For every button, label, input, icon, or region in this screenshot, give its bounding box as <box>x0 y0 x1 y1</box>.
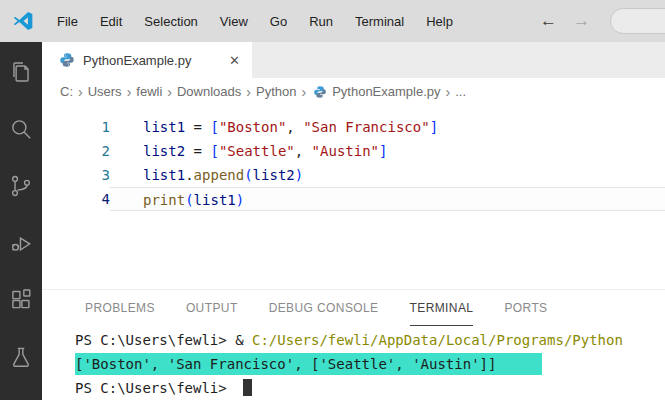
terminal-prompt: PS C:\Users\fewli> <box>75 332 235 348</box>
breadcrumb-fewli[interactable]: fewli <box>136 84 162 99</box>
chevron-right-icon: › <box>301 84 306 100</box>
terminal-output-line[interactable]: ['Boston', 'San Francisco', ['Seattle', … <box>75 352 665 376</box>
terminal-ampersand: & <box>235 332 252 348</box>
code-editor[interactable]: 1 list1 = ["Boston", "San Francisco"] 2 … <box>42 105 665 289</box>
chevron-right-icon: › <box>167 84 172 100</box>
breadcrumb-overflow[interactable]: ... <box>455 84 466 99</box>
chevron-right-icon: › <box>78 84 83 100</box>
tab-problems[interactable]: PROBLEMS <box>85 290 155 326</box>
breadcrumb-users[interactable]: Users <box>88 84 122 99</box>
menu-edit[interactable]: Edit <box>89 14 133 29</box>
tab-terminal[interactable]: TERMINAL <box>410 290 474 326</box>
menu-help[interactable]: Help <box>415 14 464 29</box>
chevron-right-icon: › <box>246 84 251 100</box>
forward-arrow-icon: → <box>565 11 598 31</box>
panel-tab-bar: PROBLEMS OUTPUT DEBUG CONSOLE TERMINAL P… <box>42 290 665 326</box>
terminal-prompt: PS C:\Users\fewli> <box>75 380 235 396</box>
breadcrumb-downloads[interactable]: Downloads <box>177 84 241 99</box>
terminal-command: C:/Users/fewli/AppData/Local/Programs/Py… <box>252 332 623 348</box>
line-number[interactable]: 2 <box>42 139 110 163</box>
breadcrumb-file[interactable]: PythonExample.py <box>332 84 440 99</box>
tab-label: PythonExample.py <box>83 53 191 68</box>
title-bar: File Edit Selection View Go Run Terminal… <box>0 0 665 42</box>
menu-view[interactable]: View <box>209 14 259 29</box>
breadcrumb-drive[interactable]: C: <box>60 84 73 99</box>
line-number[interactable]: 3 <box>42 163 110 187</box>
terminal[interactable]: PS C:\Users\fewli> & C:/Users/fewli/AppD… <box>42 326 665 400</box>
chevron-right-icon: › <box>127 84 132 100</box>
line-number[interactable]: 4 <box>42 187 110 211</box>
menu-selection[interactable]: Selection <box>133 14 208 29</box>
code-text[interactable]: list1.append(list2) <box>110 163 665 187</box>
testing-beaker-icon[interactable] <box>8 344 34 370</box>
terminal-prompt-line[interactable]: PS C:\Users\fewli> <box>75 376 665 400</box>
activity-bar <box>0 42 42 400</box>
terminal-command-line[interactable]: PS C:\Users\fewli> & C:/Users/fewli/AppD… <box>75 328 665 352</box>
breadcrumb-python-folder[interactable]: Python <box>256 84 296 99</box>
search-icon[interactable] <box>8 116 34 142</box>
code-text[interactable]: list2 = ["Seattle", "Austin"] <box>110 139 665 163</box>
source-control-icon[interactable] <box>8 173 34 199</box>
chevron-right-icon: › <box>446 84 451 100</box>
code-text[interactable]: print(list1) <box>110 187 665 211</box>
menu-file[interactable]: File <box>46 14 89 29</box>
menu-bar: File Edit Selection View Go Run Terminal… <box>46 14 464 29</box>
terminal-output-selected: ['Boston', 'San Francisco', ['Seattle', … <box>75 353 542 375</box>
python-file-icon <box>313 85 327 99</box>
editor-tab-bar: PythonExample.py ✕ <box>42 42 665 78</box>
tab-ports[interactable]: PORTS <box>504 290 547 326</box>
code-line-2[interactable]: 2 list2 = ["Seattle", "Austin"] <box>42 139 665 163</box>
tab-pythonexample[interactable]: PythonExample.py ✕ <box>42 42 252 78</box>
extensions-icon[interactable] <box>8 287 34 313</box>
vscode-logo-icon <box>12 10 34 32</box>
terminal-cursor <box>243 379 252 396</box>
menu-go[interactable]: Go <box>259 14 298 29</box>
tab-output[interactable]: OUTPUT <box>186 290 238 326</box>
line-number[interactable]: 1 <box>42 115 110 139</box>
menu-terminal[interactable]: Terminal <box>344 14 415 29</box>
run-and-debug-icon[interactable] <box>8 230 34 256</box>
explorer-icon[interactable] <box>8 59 34 85</box>
code-line-1[interactable]: 1 list1 = ["Boston", "San Francisco"] <box>42 115 665 139</box>
command-center-search-box[interactable] <box>610 8 665 34</box>
code-line-4-current[interactable]: 4 print(list1) <box>42 187 665 211</box>
tab-debug-console[interactable]: DEBUG CONSOLE <box>269 290 379 326</box>
back-arrow-icon[interactable]: ← <box>532 11 565 31</box>
code-text[interactable]: list1 = ["Boston", "San Francisco"] <box>110 115 665 139</box>
breadcrumb: C: › Users › fewli › Downloads › Python … <box>42 78 665 105</box>
close-icon[interactable]: ✕ <box>229 53 240 68</box>
menu-run[interactable]: Run <box>298 14 344 29</box>
python-file-icon <box>59 52 75 68</box>
bottom-panel: PROBLEMS OUTPUT DEBUG CONSOLE TERMINAL P… <box>42 289 665 400</box>
code-line-3[interactable]: 3 list1.append(list2) <box>42 163 665 187</box>
